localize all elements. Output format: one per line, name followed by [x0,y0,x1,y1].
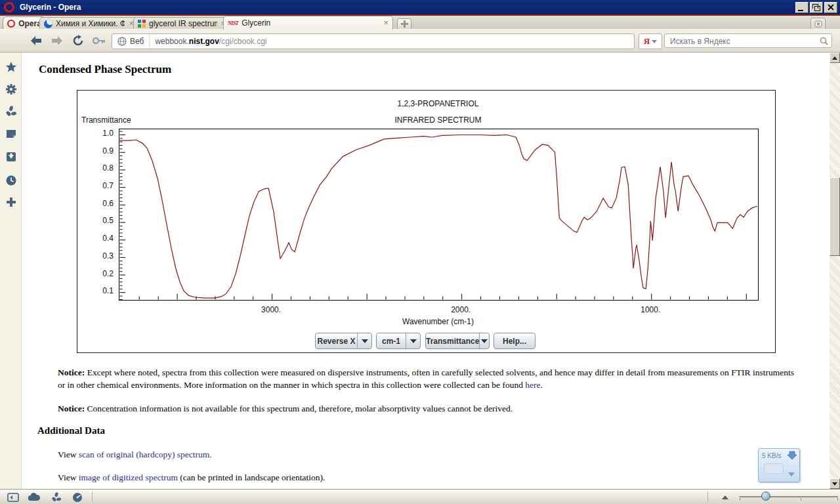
arrow-down-icon [832,482,837,488]
password-key-button[interactable] [91,33,108,48]
slider-tick [740,498,740,501]
add-panel-plus-icon[interactable] [5,196,17,208]
site-mode-segment[interactable]: Веб [112,34,150,49]
help-button[interactable]: Help... [494,333,536,349]
spectrum-line [119,135,757,299]
tab-label: Glycerin [242,18,373,28]
units-dropdown[interactable]: cm-1 [376,333,421,349]
digitized-spectrum-link[interactable]: image of digitized spectrum [79,472,178,482]
notice-paragraph: Notice: Except where noted, spectra from… [58,366,794,391]
slider-tick [801,498,801,501]
download-rate-widget[interactable]: 5 KB/s [758,448,800,482]
side-panel-bar [0,52,22,489]
chevron-down-icon [362,339,368,346]
closed-tabs-icon [814,20,822,28]
zoom-menu-button[interactable] [719,492,732,503]
download-icon [788,451,797,460]
spectrum-applet: 1,2,3-PROPANETRIOL INFRARED SPECTRUM Tra… [77,90,776,353]
tab-label: Химия и Химики. Форум ... [56,19,125,28]
dropdown-arrow-button[interactable] [357,333,371,348]
y-tick-label: 0.3 [91,251,114,261]
scroll-down-button[interactable] [830,478,840,489]
close-button[interactable] [824,2,837,13]
zoom-slider-handle[interactable] [761,492,770,501]
tab-label: glycerol IR spectrum - П... [149,19,217,28]
scrollbar-thumb[interactable] [830,177,840,256]
nist-favicon-icon: NIST [228,20,238,26]
address-field[interactable]: Веб webbook.nist.gov/cgi/cbook.cgi [112,33,635,49]
unite-propeller-icon[interactable] [5,106,17,117]
chevron-down-icon [410,339,417,346]
window-title: Glycerin - Opera [20,3,81,12]
here-link[interactable]: here [525,380,540,390]
address-toolbar: Веб webbook.nist.gov/cgi/cbook.cgi Я [0,29,840,52]
minimize-button[interactable] [795,2,808,13]
y-mode-dropdown[interactable]: Transmittance [425,333,490,349]
download-ghost-icon [764,463,784,474]
opera-menu-label: Opera [18,19,41,28]
widgets-gear-icon[interactable] [5,83,17,95]
yandex-icon: Я [644,36,650,47]
back-button[interactable] [28,33,45,48]
title-bar: Glycerin - Opera [0,0,840,14]
site-mode-label: Веб [130,37,144,46]
panel-toggle-button[interactable] [7,492,20,503]
x-tick-label: 2000. [446,305,475,314]
tab-chemistry-forum[interactable]: Химия и Химики. Форум ... × [39,17,138,30]
globe-icon [117,37,127,46]
chart-title: 1,2,3-PROPANETRIOL [119,99,757,108]
dropdown-arrow-button[interactable] [406,333,420,348]
new-tab-button[interactable] [397,18,411,30]
y-tick-label: 0.6 [91,199,114,208]
search-input[interactable] [669,35,809,48]
page-content: Condensed Phase Spectrum 1,2,3-PROPANETR… [22,52,830,489]
y-tick-label: 1.0 [91,129,114,138]
arrow-up-icon [832,54,837,60]
chevron-down-icon[interactable] [788,472,795,477]
notice-paragraph: Notice: Concentration information is not… [58,402,794,415]
spectrum-svg [119,129,758,300]
tab-nist-glycerin[interactable]: NIST Glycerin × [223,16,393,30]
restore-button[interactable] [810,2,823,13]
x-tick-label: 1000. [636,305,665,314]
notes-icon[interactable] [5,128,17,140]
forum-favicon-icon [44,20,52,28]
reverse-x-dropdown[interactable]: Reverse X [315,333,372,349]
additional-data-heading: Additional Data [37,425,105,436]
dropdown-arrow-button[interactable] [479,333,489,348]
search-go-button[interactable] [817,35,830,47]
y-tick-label: 0.5 [91,216,114,225]
turbo-gauge-icon[interactable] [71,492,84,503]
tab-google-search[interactable]: glycerol IR spectrum - П... × [133,17,230,30]
bookmarks-star-icon[interactable] [5,61,17,73]
tab-close-icon[interactable]: × [383,20,388,26]
scroll-up-button[interactable] [830,52,840,63]
chevron-down-icon [481,339,488,346]
y-axis-label: Transmittance [81,116,131,125]
unite-icon[interactable] [50,492,63,503]
y-tick-label: 0.9 [91,146,114,156]
back-icon [30,35,43,46]
chart-subtitle: INFRARED SPECTRUM [119,116,757,125]
reload-icon [72,35,84,47]
google-favicon-icon [138,20,146,28]
opera-link-cloud-icon[interactable] [28,492,41,503]
divider [92,492,93,502]
x-axis-label: Wavenumber (cm-1) [119,317,757,326]
tab-bar: Opera Химия и Химики. Форум ... × glycer… [0,16,840,29]
search-engine-button[interactable]: Я [639,33,662,49]
opera-logo-icon [4,2,14,12]
page-title: Condensed Phase Spectrum [39,63,171,76]
reload-button[interactable] [70,33,87,48]
forward-button[interactable] [49,33,66,48]
status-bar [0,489,840,504]
y-tick-label: 0.8 [91,163,114,173]
history-clock-icon[interactable] [5,175,17,186]
slider-tick [837,498,838,501]
scan-spectrum-link[interactable]: scan of original (hardcopy) spectrum. [79,450,212,459]
x-tick-label: 3000. [257,305,285,314]
zoom-slider-track[interactable] [740,496,838,497]
vertical-scrollbar[interactable] [830,52,840,489]
downloads-icon[interactable] [5,151,17,163]
key-icon [93,37,106,45]
